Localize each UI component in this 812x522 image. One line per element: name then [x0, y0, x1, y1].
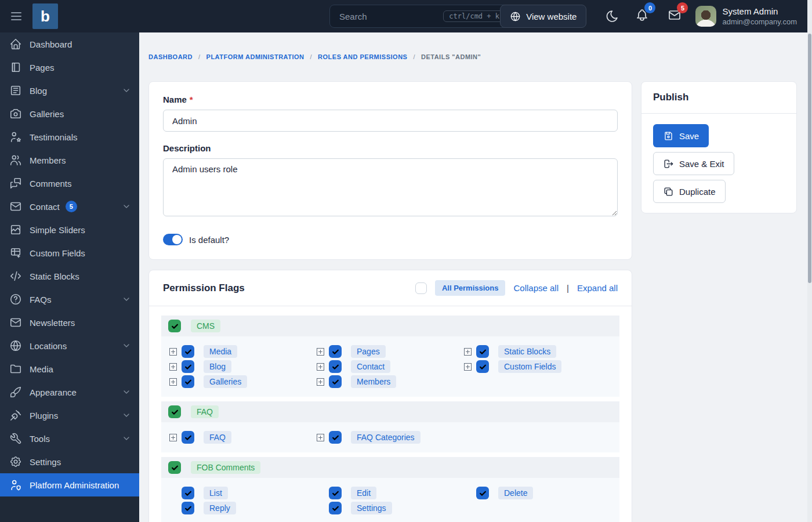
permission-label[interactable]: FAQ Categories [351, 431, 420, 444]
notifications-button[interactable]: 0 [635, 8, 649, 24]
user-menu[interactable]: System Admin admin@company.com [722, 6, 797, 27]
permission-label[interactable]: Reply [204, 502, 236, 514]
permission-checkbox[interactable] [476, 360, 489, 373]
group-name-badge[interactable]: CMS [191, 320, 220, 332]
user-avatar[interactable] [695, 6, 716, 27]
permission-checkbox[interactable] [329, 375, 342, 388]
permission-item-delete: Delete [464, 485, 611, 501]
permission-label[interactable]: Members [351, 375, 396, 388]
permission-label[interactable]: Static Blocks [498, 345, 556, 358]
tools-icon [9, 432, 22, 445]
permission-checkbox[interactable] [182, 487, 194, 499]
sidebar-item-tools[interactable]: Tools [0, 427, 139, 450]
sidebar-item-label: Tools [30, 434, 50, 444]
expand-icon[interactable] [464, 363, 472, 371]
scrollbar-track[interactable] [807, 0, 812, 522]
group-name-badge[interactable]: FAQ [191, 405, 219, 418]
sidebar-item-label: Galleries [30, 109, 64, 119]
permission-checkbox[interactable] [182, 502, 194, 514]
permission-checkbox[interactable] [329, 502, 342, 514]
permission-checkbox[interactable] [329, 360, 342, 373]
sidebar-item-platform-administration[interactable]: Platform Administration [0, 473, 139, 496]
publish-card: Publish Save Save & Exit Duplicate [641, 81, 797, 213]
sidebar-item-simple-sliders[interactable]: Simple Sliders [0, 218, 139, 241]
permission-checkbox[interactable] [476, 345, 489, 358]
permission-checkbox[interactable] [182, 345, 194, 358]
app-logo[interactable]: b [32, 3, 58, 29]
permission-groups: CMSMediaPagesStatic BlocksBlogContactCus… [149, 306, 632, 522]
dark-mode-toggle-icon[interactable] [605, 9, 619, 23]
search-input[interactable]: Search ctrl/cmd + k [329, 5, 510, 28]
messages-button[interactable]: 5 [668, 8, 682, 24]
expand-icon[interactable] [317, 363, 324, 371]
sidebar-item-static-blocks[interactable]: Static Blocks [0, 264, 139, 288]
permission-checkbox[interactable] [182, 375, 194, 388]
permission-checkbox[interactable] [476, 487, 489, 499]
sidebar-item-locations[interactable]: Locations [0, 334, 139, 357]
permission-label[interactable]: Delete [498, 487, 533, 499]
permission-label[interactable]: Galleries [204, 375, 247, 388]
expand-icon[interactable] [464, 348, 472, 356]
sidebar-item-blog[interactable]: Blog [0, 79, 139, 102]
is-default-toggle[interactable] [163, 234, 183, 245]
sidebar-item-testimonials[interactable]: Testimonials [0, 125, 139, 148]
menu-icon[interactable] [9, 9, 23, 23]
permission-label[interactable]: Custom Fields [498, 360, 561, 373]
breadcrumb-item[interactable]: PLATFORM ADMINISTRATION [206, 53, 304, 60]
sidebar-item-galleries[interactable]: Galleries [0, 102, 139, 125]
sidebar-item-newsletters[interactable]: Newsletters [0, 311, 139, 334]
sidebar-item-settings[interactable]: Settings [0, 450, 139, 473]
breadcrumb-item[interactable]: DASHBOARD [148, 53, 193, 60]
expand-icon[interactable] [317, 378, 324, 386]
sidebar-item-custom-fields[interactable]: Custom Fields [0, 241, 139, 264]
sidebar-item-contact[interactable]: Contact5 [0, 195, 139, 218]
permission-checkbox[interactable] [329, 487, 342, 499]
sidebar-item-members[interactable]: Members [0, 148, 139, 172]
permission-checkbox[interactable] [329, 431, 342, 444]
expand-icon[interactable] [169, 434, 177, 441]
permission-label[interactable]: Pages [351, 345, 386, 358]
expand-all-link[interactable]: Expand all [577, 283, 618, 293]
permission-checkbox[interactable] [182, 431, 194, 444]
chevron-down-icon [122, 411, 131, 420]
save-button[interactable]: Save [653, 124, 709, 147]
save-exit-button[interactable]: Save & Exit [653, 152, 734, 175]
permission-label[interactable]: Edit [351, 487, 376, 499]
expand-icon[interactable] [169, 348, 177, 356]
topbar-right: View website 0 5 System Admin admin@comp… [500, 0, 797, 32]
sidebar-item-faqs[interactable]: FAQs [0, 288, 139, 311]
permission-label[interactable]: Media [204, 345, 237, 358]
scrollbar-thumb[interactable] [808, 34, 811, 283]
sidebar-item-label: Contact [30, 202, 60, 212]
breadcrumb-item[interactable]: ROLES AND PERMISSIONS [318, 53, 407, 60]
expand-icon[interactable] [317, 348, 324, 356]
permission-checkbox[interactable] [329, 345, 342, 358]
sidebar-item-comments[interactable]: Comments [0, 172, 139, 195]
all-permissions-badge[interactable]: All Permissions [435, 280, 506, 296]
group-checkbox[interactable] [168, 461, 181, 474]
permission-label[interactable]: Settings [351, 502, 392, 514]
permission-label[interactable]: Contact [351, 360, 390, 373]
group-name-badge[interactable]: FOB Comments [191, 461, 260, 474]
group-checkbox[interactable] [168, 320, 181, 332]
sidebar-item-pages[interactable]: Pages [0, 56, 139, 79]
expand-icon[interactable] [169, 378, 177, 386]
description-field[interactable]: Admin users role [163, 158, 618, 216]
expand-icon[interactable] [317, 434, 324, 441]
duplicate-button[interactable]: Duplicate [653, 180, 726, 203]
sidebar-item-dashboard[interactable]: Dashboard [0, 32, 139, 56]
permission-checkbox[interactable] [182, 360, 194, 373]
permission-label[interactable]: List [204, 487, 228, 499]
group-checkbox[interactable] [168, 405, 181, 418]
collapse-all-link[interactable]: Collapse all [513, 283, 559, 293]
permission-label[interactable]: Blog [204, 360, 231, 373]
sidebar-item-appearance[interactable]: Appearance [0, 380, 139, 404]
expand-icon[interactable] [169, 363, 177, 371]
custom-fields-icon [9, 246, 22, 259]
permission-label[interactable]: FAQ [204, 431, 231, 444]
sidebar-item-plugins[interactable]: Plugins [0, 404, 139, 427]
all-permissions-checkbox[interactable] [415, 282, 427, 294]
view-website-button[interactable]: View website [500, 5, 586, 28]
name-field[interactable] [163, 110, 618, 132]
sidebar-item-media[interactable]: Media [0, 357, 139, 380]
